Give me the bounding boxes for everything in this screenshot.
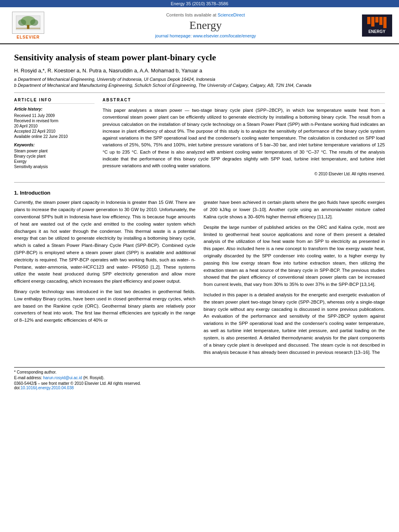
bar1 xyxy=(367,17,370,24)
accepted-date: Accepted 22 April 2010 xyxy=(14,129,95,134)
main-content: Sensitivity analysis of steam power plan… xyxy=(0,44,399,532)
email-suffix: (H. Rosyid). xyxy=(82,376,105,380)
svg-point-3 xyxy=(30,19,38,26)
intro-para-5: Included in this paper is a detailed ana… xyxy=(204,292,385,356)
received-revised-date: 20 April 2010 xyxy=(14,124,95,128)
bar2 xyxy=(371,17,374,27)
article-title: Sensitivity analysis of steam power plan… xyxy=(14,52,385,63)
email-footnote: E-mail address: harun.rosyid@ui.ac.id (H… xyxy=(14,376,385,380)
email-label: E-mail address: xyxy=(14,376,43,380)
divider-1 xyxy=(14,92,385,93)
email-link[interactable]: harun.rosyid@ui.ac.id xyxy=(43,376,82,380)
elsevier-logo: ELSEVIER xyxy=(12,12,44,39)
journal-issue-text: Energy 35 (2010) 3578–3586 xyxy=(171,1,228,6)
page-container: Energy 35 (2010) 3578–3586 ELSEVIER xyxy=(0,0,399,532)
energy-logo-text: ENERGY xyxy=(368,29,385,34)
sciencedirect-line: Contents lists available at ScienceDirec… xyxy=(166,12,245,17)
abstract-text: This paper analyses a steam power — two-… xyxy=(103,107,385,169)
bar5 xyxy=(383,17,387,28)
intro-para-3: greater have been achieved in certain pl… xyxy=(204,199,385,220)
available-date: Available online 22 June 2010 xyxy=(14,134,95,139)
keywords-label: Keywords: xyxy=(14,143,95,147)
sciencedirect-link[interactable]: ScienceDirect xyxy=(218,12,245,17)
affiliation-b: b Department of Mechanical and Manufactu… xyxy=(14,83,385,88)
divider-2 xyxy=(14,182,385,183)
received-date: Received 11 July 2009 xyxy=(14,113,95,118)
svg-point-2 xyxy=(18,19,26,26)
body-col-right: greater have been achieved in certain pl… xyxy=(204,199,385,359)
article-info-label: ARTICLE INFO xyxy=(14,98,95,104)
elsevier-text: ELSEVIER xyxy=(16,35,39,39)
keyword-1: Steam power plant xyxy=(14,149,95,153)
doi-value: doi:10.1016/j.energy.2010.04.038 xyxy=(14,386,385,390)
intro-para-2: Binary cycle technology was introduced i… xyxy=(14,288,195,324)
article-history-label: Article history: xyxy=(14,107,95,111)
authors-line: H. Rosyid a,*, R. Koestoer a, N. Putra a… xyxy=(14,68,385,74)
journal-header: ELSEVIER Contents lists available at Sci… xyxy=(0,7,399,44)
corresponding-note: * Corresponding author. xyxy=(14,370,385,374)
keyword-2: Binary cycle plant xyxy=(14,154,95,158)
svg-rect-5 xyxy=(16,28,40,29)
copyright-line: © 2010 Elsevier Ltd. All rights reserved… xyxy=(103,172,385,176)
journal-issue-bar: Energy 35 (2010) 3578–3586 xyxy=(0,0,399,7)
body-col-left: Currently, the steam power plant capacit… xyxy=(14,199,195,359)
energy-logo: ENERGY xyxy=(362,14,392,37)
received-revised-label: Received in revised form xyxy=(14,119,95,123)
article-info-abstract: ARTICLE INFO Article history: Received 1… xyxy=(14,98,385,176)
authors-text: H. Rosyid a,*, R. Koestoer a, N. Putra a… xyxy=(14,68,202,74)
bar3 xyxy=(375,17,378,23)
journal-homepage[interactable]: journal homepage: www.elsevier.com/locat… xyxy=(155,33,256,38)
abstract-col: ABSTRACT This paper analyses a steam pow… xyxy=(103,98,385,176)
doi-line: 0360-5442/$ – see front matter © 2010 El… xyxy=(14,381,385,386)
affiliation-a: a Department of Mechanical Engineering, … xyxy=(14,77,385,82)
introduction-heading: 1. Introduction xyxy=(14,190,385,196)
article-info-col: ARTICLE INFO Article history: Received 1… xyxy=(14,98,95,176)
publisher-logo-area: ELSEVIER xyxy=(4,10,52,40)
keyword-4: Sensitivity analysis xyxy=(14,164,95,169)
page-footer: * Corresponding author. E-mail address: … xyxy=(14,367,385,390)
energy-logo-area: ENERGY xyxy=(359,10,395,40)
section-title: Introduction xyxy=(20,190,50,196)
journal-info-center: Contents lists available at ScienceDirec… xyxy=(52,10,359,40)
abstract-label: ABSTRACT xyxy=(103,98,385,104)
elsevier-illustration xyxy=(12,12,44,34)
doi-link[interactable]: 10.1016/j.energy.2010.04.038 xyxy=(21,386,74,390)
section-number: 1. xyxy=(14,190,19,196)
energy-bars-graphic xyxy=(367,17,387,28)
intro-para-4: Despite the large number of published ar… xyxy=(204,224,385,288)
doi-label: doi: xyxy=(14,386,21,390)
intro-para-1: Currently, the steam power plant capacit… xyxy=(14,199,195,285)
journal-title: Energy xyxy=(189,19,222,32)
license-text: 0360-5442/$ – see front matter © 2010 El… xyxy=(14,381,141,386)
keyword-3: Exergy xyxy=(14,159,95,164)
bar4 xyxy=(379,17,383,25)
body-text-area: Currently, the steam power plant capacit… xyxy=(14,199,385,359)
